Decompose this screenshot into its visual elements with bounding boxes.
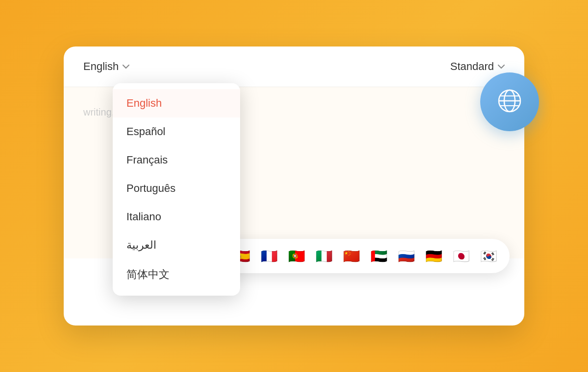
standard-selector-text: Standard bbox=[450, 60, 494, 73]
chevron-down-icon bbox=[122, 65, 129, 69]
dropdown-item-english[interactable]: English bbox=[113, 89, 240, 117]
flag-kr[interactable]: 🇰🇷 bbox=[477, 245, 500, 267]
dropdown-item-chinese[interactable]: 简体中文 bbox=[113, 259, 240, 290]
flag-ru[interactable]: 🇷🇺 bbox=[395, 245, 417, 267]
language-selector[interactable]: English bbox=[83, 60, 129, 73]
dropdown-item-portugues[interactable]: Português bbox=[113, 174, 240, 203]
standard-selector[interactable]: Standard bbox=[450, 60, 505, 73]
dropdown-item-espanol[interactable]: Español bbox=[113, 117, 240, 146]
globe-icon bbox=[495, 86, 524, 117]
flag-ae[interactable]: 🇦🇪 bbox=[368, 245, 390, 267]
flag-it[interactable]: 🇮🇹 bbox=[313, 245, 335, 267]
dropdown-item-francais[interactable]: Français bbox=[113, 146, 240, 174]
flag-pt[interactable]: 🇵🇹 bbox=[285, 245, 308, 267]
flags-bar: 🇺🇸 🇪🇸 🇫🇷 🇵🇹 🇮🇹 🇨🇳 🇦🇪 🇷🇺 🇩🇪 🇯🇵 🇰🇷 bbox=[193, 239, 510, 273]
card-header: English Standard bbox=[64, 46, 524, 87]
flag-de[interactable]: 🇩🇪 bbox=[422, 245, 445, 267]
dropdown-item-arabic[interactable]: العربية bbox=[113, 231, 240, 259]
flag-fr[interactable]: 🇫🇷 bbox=[258, 245, 280, 267]
chevron-down-icon-2 bbox=[498, 65, 505, 69]
main-card: English Standard writing, pasting (Crtl+… bbox=[64, 46, 524, 326]
language-selector-text: English bbox=[83, 60, 119, 73]
globe-button[interactable] bbox=[480, 72, 539, 131]
flag-jp[interactable]: 🇯🇵 bbox=[450, 245, 472, 267]
flag-cn[interactable]: 🇨🇳 bbox=[340, 245, 363, 267]
dropdown-item-italiano[interactable]: Italiano bbox=[113, 203, 240, 231]
language-dropdown: English Español Français Português Itali… bbox=[113, 83, 240, 296]
